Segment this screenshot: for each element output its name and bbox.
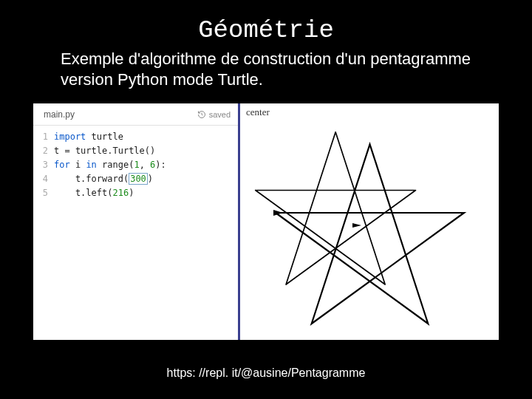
line-number: 5 [33, 186, 48, 200]
code-line: import turtle [54, 130, 238, 144]
code-line: t.forward(300) [54, 172, 238, 186]
filename-tab: main.py [38, 106, 81, 123]
svg-marker-0 [352, 223, 361, 228]
editor-tabbar: main.py saved [33, 103, 238, 126]
code-body: 1 2 3 4 5 import turtle t = turtle.Turtl… [33, 126, 238, 200]
turtle-canvas [240, 118, 499, 340]
code-line: t = turtle.Turtle() [54, 144, 238, 158]
ide-screenshot: main.py saved 1 2 3 4 5 import turtle t … [33, 103, 499, 340]
footer-url: https: //repl. it/@ausine/Pentagramme [0, 366, 532, 380]
code-line: t.left(216) [54, 186, 238, 200]
line-gutter: 1 2 3 4 5 [33, 130, 54, 200]
output-pane: center [240, 103, 499, 340]
saved-indicator: saved [197, 110, 231, 119]
saved-label: saved [209, 110, 231, 119]
line-number: 1 [33, 130, 48, 144]
code-lines: import turtle t = turtle.Turtle() for i … [54, 130, 238, 200]
slide-title: Géométrie [0, 0, 532, 44]
line-number: 2 [33, 144, 48, 158]
slide-subtitle: Exemple d'algorithme de construction d'u… [0, 44, 532, 89]
code-pane: main.py saved 1 2 3 4 5 import turtle t … [33, 103, 240, 340]
output-label: center [240, 103, 499, 118]
code-line: for i in range(1, 6): [54, 158, 238, 172]
line-number: 3 [33, 158, 48, 172]
history-icon [197, 110, 206, 119]
line-number: 4 [33, 172, 48, 186]
